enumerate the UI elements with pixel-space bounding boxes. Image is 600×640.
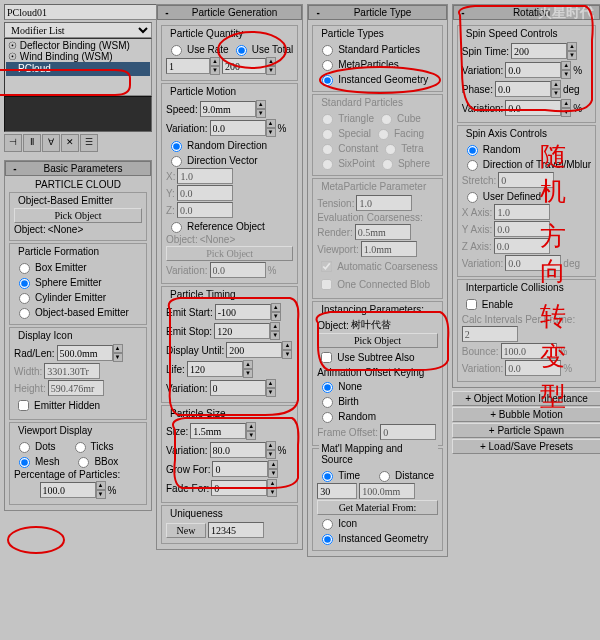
mat-instanced-radio[interactable]	[322, 534, 333, 545]
aok-random-radio[interactable]	[322, 412, 333, 423]
use-subtree-check[interactable]	[321, 352, 332, 363]
axis-random-radio[interactable]	[467, 145, 478, 156]
sphere-emitter-radio[interactable]	[19, 278, 30, 289]
stack-toolbar: ⊣ Ⅱ ∀ ✕ ☰	[4, 134, 152, 152]
phase-spinner[interactable]	[495, 81, 551, 97]
random-dir-radio[interactable]	[171, 141, 182, 152]
remove-icon[interactable]: ✕	[61, 134, 79, 152]
rad-len-spinner[interactable]	[57, 345, 113, 361]
rollout-header[interactable]: -Particle Generation	[157, 5, 302, 20]
fade-for-spinner[interactable]	[211, 480, 267, 496]
bbox-radio[interactable]	[78, 457, 89, 468]
object-emitter-radio[interactable]	[19, 308, 30, 319]
size-var-spinner[interactable]	[210, 442, 266, 458]
mms-time-radio[interactable]	[322, 471, 333, 482]
instanced-geometry-radio[interactable]	[322, 75, 333, 86]
pick-object-button[interactable]: Pick Object	[14, 208, 142, 223]
axis-dot-radio[interactable]	[467, 160, 478, 171]
speed-spinner[interactable]	[200, 101, 256, 117]
standard-particles-radio[interactable]	[322, 45, 333, 56]
mat-icon-radio[interactable]	[322, 519, 333, 530]
emit-stop-spinner[interactable]	[214, 323, 270, 339]
seed-spinner[interactable]	[208, 522, 264, 538]
metaparticles-radio[interactable]	[322, 60, 333, 71]
axis-user-radio[interactable]	[467, 192, 478, 203]
config-icon[interactable]: ☰	[80, 134, 98, 152]
spin-time-spinner[interactable]	[511, 43, 567, 59]
use-total-spinner[interactable]	[222, 58, 266, 74]
stack-item[interactable]: ☉ Deflector Binding (WSM)	[6, 40, 150, 51]
modifier-preview	[4, 96, 152, 132]
dots-radio[interactable]	[19, 442, 30, 453]
pick-object-button: Pick Object	[166, 246, 293, 261]
unique-icon[interactable]: ∀	[42, 134, 60, 152]
enable-collisions-check[interactable]	[466, 299, 477, 310]
rollout-header[interactable]: -Basic Parameters	[5, 161, 151, 176]
aok-birth-radio[interactable]	[322, 397, 333, 408]
modifier-list-dropdown[interactable]: Modifier List	[4, 22, 152, 38]
grow-for-spinner[interactable]	[212, 461, 268, 477]
watermark: 火星时代	[538, 4, 594, 22]
life-spinner[interactable]	[187, 361, 243, 377]
size-spinner[interactable]	[190, 423, 246, 439]
emitter-hidden-check[interactable]	[18, 400, 29, 411]
mms-distance-radio[interactable]	[379, 471, 390, 482]
modifier-stack[interactable]: ☉ Deflector Binding (WSM) ☉ Wind Binding…	[4, 38, 152, 96]
mesh-radio[interactable]	[19, 457, 30, 468]
box-emitter-radio[interactable]	[19, 263, 30, 274]
pick-object-button[interactable]: Pick Object	[317, 333, 438, 348]
new-seed-button[interactable]: New	[166, 523, 206, 538]
emit-start-spinner[interactable]	[215, 304, 271, 320]
title-label: PARTICLE CLOUD	[9, 179, 147, 190]
object-name-field[interactable]	[4, 4, 158, 20]
use-total-radio[interactable]	[236, 45, 247, 56]
show-icon[interactable]: Ⅱ	[23, 134, 41, 152]
spin-var-spinner[interactable]	[505, 62, 561, 78]
aok-none-radio[interactable]	[322, 382, 333, 393]
percentage-spinner[interactable]	[40, 482, 96, 498]
display-until-spinner[interactable]	[226, 342, 282, 358]
get-material-button[interactable]: Get Material From:	[317, 500, 438, 515]
ticks-radio[interactable]	[75, 442, 86, 453]
use-rate-radio[interactable]	[171, 45, 182, 56]
dir-vector-radio[interactable]	[171, 156, 182, 167]
stack-item[interactable]: ☉ Wind Binding (WSM)	[6, 51, 150, 62]
rollout-header[interactable]: -Particle Type	[308, 5, 447, 20]
rollout-bubble-motion[interactable]: + Bubble Motion	[452, 407, 600, 422]
rollout-load-save[interactable]: + Load/Save Presets	[452, 439, 600, 454]
use-rate-spinner[interactable]	[166, 58, 210, 74]
life-var-spinner[interactable]	[210, 380, 266, 396]
stack-item-selected[interactable]: PCloud	[6, 62, 150, 76]
pin-icon[interactable]: ⊣	[4, 134, 22, 152]
phase-var-spinner[interactable]	[505, 100, 561, 116]
speed-var-spinner[interactable]	[210, 120, 266, 136]
cylinder-emitter-radio[interactable]	[19, 293, 30, 304]
rollout-object-motion[interactable]: + Object Motion Inheritance	[452, 391, 600, 406]
ref-object-radio[interactable]	[171, 222, 182, 233]
rollout-particle-spawn[interactable]: + Particle Spawn	[452, 423, 600, 438]
